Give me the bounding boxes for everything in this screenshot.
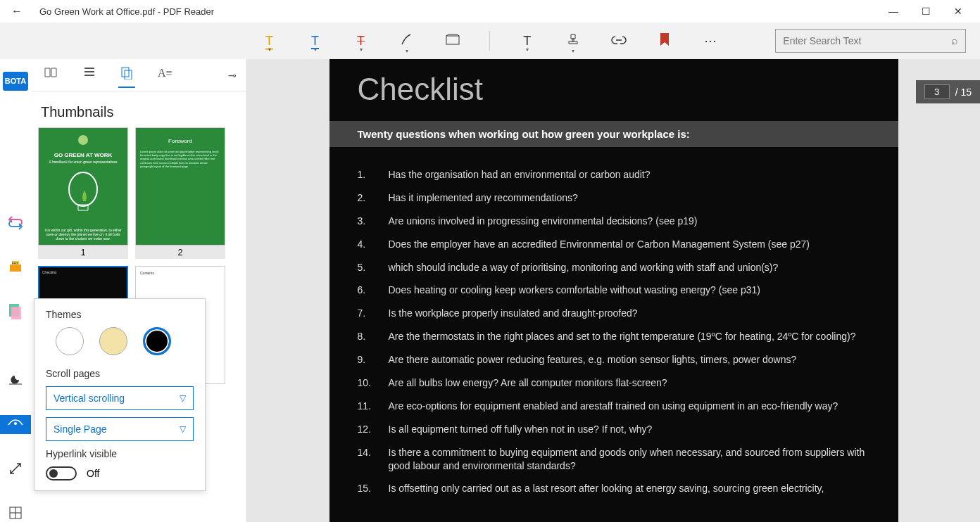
svg-rect-8: [122, 68, 129, 77]
checklist-item: 11. Are eco-options for equipment enable…: [358, 400, 870, 413]
rail-view-icon[interactable]: [0, 415, 31, 434]
thumbnail-2[interactable]: Foreword Lorem ipsum dolor sit amet text…: [135, 127, 225, 259]
rail-expand-icon[interactable]: [3, 459, 28, 478]
checklist-item: 9.Are there automatic power reducing fea…: [358, 353, 870, 367]
view-settings-popup: Themes Scroll pages Vertical scrolling ▽…: [34, 298, 206, 491]
bookmark-tool[interactable]: [655, 32, 673, 50]
svg-point-6: [14, 422, 17, 425]
page-indicator: / 15: [916, 80, 980, 103]
checklist-item: 2.Has it implemented any recommendations…: [358, 191, 870, 205]
svg-rect-0: [446, 36, 459, 44]
tab-book-icon[interactable]: [41, 63, 61, 88]
chevron-down-icon: ▽: [180, 424, 186, 434]
theme-white[interactable]: [56, 327, 84, 355]
tab-annotations-icon[interactable]: A≡: [155, 63, 175, 88]
search-box[interactable]: ⌕: [775, 29, 966, 53]
window-title: Go Green Work at Office.pdf - PDF Reader: [39, 6, 214, 17]
maximize-button[interactable]: ☐: [910, 6, 942, 17]
tab-outline-icon[interactable]: [80, 63, 99, 88]
checklist-item: 5.which should include a way of prioriti…: [358, 261, 870, 274]
page-mode-dropdown[interactable]: Single Page ▽: [46, 417, 194, 441]
tab-thumbnails-icon[interactable]: [118, 63, 135, 88]
theme-black[interactable]: [143, 327, 171, 355]
checklist-item: 1.Has the organisation had an environmen…: [358, 168, 870, 182]
checklist-item: 7.Is the workplace properly insulated an…: [358, 307, 870, 320]
highlight-tool[interactable]: T▾: [260, 34, 278, 49]
checklist-item: 15. Is offsetting only carried out as a …: [358, 482, 870, 495]
minimize-button[interactable]: —: [877, 6, 910, 17]
search-icon[interactable]: ⌕: [951, 34, 958, 47]
rail-night-icon[interactable]: [3, 371, 28, 390]
toolbar-divider: [489, 31, 490, 51]
text-tool[interactable]: T▾: [518, 34, 536, 49]
toggle-state: Off: [87, 468, 99, 479]
strikethrough-tool[interactable]: T▾: [352, 34, 370, 49]
checklist-item: 12. Is all equipment turned off fully wh…: [358, 423, 870, 436]
checklist-item: 3.Are unions involved in progressing env…: [358, 215, 870, 228]
underline-tool[interactable]: T▾: [306, 34, 324, 49]
checklist-item: 10. Are all bulbs low energy? Are all co…: [358, 376, 870, 390]
checklist-item: 4. Does the employer have an accredited …: [358, 238, 870, 251]
current-page-input[interactable]: [924, 84, 950, 99]
link-tool[interactable]: [610, 34, 627, 49]
page-content: Checklist Twenty questions when working …: [329, 59, 898, 522]
svg-text:FAX: FAX: [12, 261, 19, 265]
svg-rect-9: [125, 70, 132, 79]
checklist-item: 6.Does heating or cooling keep workers c…: [358, 284, 870, 297]
chevron-down-icon: ▽: [180, 393, 186, 403]
page-subheading: Twenty questions when working out how gr…: [329, 121, 898, 147]
rail-fax-icon[interactable]: FAX: [3, 258, 28, 277]
rail-undo-redo-icon[interactable]: [3, 214, 28, 233]
page-heading: Checklist: [329, 59, 898, 121]
rail-bota[interactable]: BOTA: [3, 72, 28, 91]
stamp-tool[interactable]: ▾: [564, 32, 582, 50]
hyperlink-toggle[interactable]: [46, 466, 77, 480]
total-pages: / 15: [955, 87, 972, 98]
hyperlink-label: Hyperlink visible: [46, 448, 194, 459]
more-tool[interactable]: ⋯: [701, 33, 719, 49]
pin-icon[interactable]: ⊸: [228, 70, 237, 81]
checklist-item: 8. Are the thermostats in the right plac…: [358, 330, 870, 343]
close-button[interactable]: ✕: [942, 6, 974, 17]
scroll-label: Scroll pages: [46, 368, 194, 379]
scroll-mode-dropdown[interactable]: Vertical scrolling ▽: [46, 386, 194, 410]
checklist-item: 14. Is there a commitment to buying equi…: [358, 446, 870, 473]
theme-sepia[interactable]: [99, 327, 127, 355]
note-tool[interactable]: [444, 34, 461, 49]
svg-rect-5: [11, 307, 21, 319]
themes-label: Themes: [46, 309, 194, 320]
sidebar-title: Thumbnails: [31, 91, 246, 127]
ink-tool[interactable]: ▾: [398, 32, 415, 50]
thumbnail-1[interactable]: GO GREEN AT WORK A handbook for union gr…: [38, 127, 128, 259]
document-viewer[interactable]: Checklist Twenty questions when working …: [247, 59, 980, 522]
rail-grid-icon[interactable]: [3, 503, 28, 522]
svg-rect-1: [10, 265, 21, 272]
back-button[interactable]: ←: [6, 5, 28, 18]
rail-form-icon[interactable]: [3, 302, 28, 321]
search-input[interactable]: [783, 35, 951, 46]
